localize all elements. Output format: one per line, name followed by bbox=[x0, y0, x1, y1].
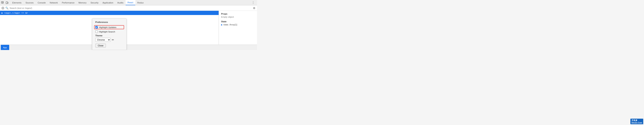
inspect-icon[interactable] bbox=[1, 1, 4, 5]
selected-row-label: ▶ <App>…</App> == $r bbox=[2, 12, 28, 14]
right-panel: Props Empty object State ▶ rows: Array[1… bbox=[219, 11, 257, 45]
highlight-search-option: Highlight Search bbox=[95, 30, 123, 33]
props-title: Props bbox=[221, 13, 255, 15]
highlight-search-label: Highlight Search bbox=[99, 31, 115, 33]
search-icon: 🔍 bbox=[5, 7, 8, 10]
preferences-popup: Preferences Highlight Updates Highlight … bbox=[92, 19, 126, 50]
tab-react[interactable]: React bbox=[126, 0, 136, 5]
bottom-tab-bar: App bbox=[0, 45, 257, 50]
tab-list: Elements Sources Console Network Perform… bbox=[10, 0, 250, 5]
svg-point-1 bbox=[2, 2, 3, 3]
tab-elements[interactable]: Elements bbox=[10, 0, 24, 5]
devtools-tab-bar: Elements Sources Console Network Perform… bbox=[0, 0, 257, 5]
highlight-updates-checkbox[interactable] bbox=[95, 26, 98, 29]
theme-label: Theme bbox=[95, 34, 123, 37]
devtools-icons bbox=[1, 1, 9, 5]
tab-sources[interactable]: Sources bbox=[24, 0, 36, 5]
main-area: ▶ <App>…</App> == $r Preferences Highlig… bbox=[0, 11, 257, 45]
device-icon[interactable] bbox=[5, 1, 9, 5]
theme-select[interactable]: Chrome Dark Light bbox=[95, 38, 111, 42]
highlight-updates-option: Highlight Updates bbox=[94, 25, 124, 29]
state-title: State bbox=[221, 20, 255, 23]
tab-performance[interactable]: Performance bbox=[60, 0, 77, 5]
svg-rect-3 bbox=[6, 2, 8, 4]
tab-redux[interactable]: Redux bbox=[136, 0, 146, 5]
tab-security[interactable]: Security bbox=[88, 0, 101, 5]
tab-application[interactable]: Application bbox=[100, 0, 115, 5]
selected-component-row[interactable]: ▶ <App>…</App> == $r bbox=[0, 11, 219, 15]
search-bar: 🔍 ⚙ bbox=[0, 5, 257, 11]
left-panel: ▶ <App>…</App> == $r Preferences Highlig… bbox=[0, 11, 219, 45]
highlight-updates-label: Highlight Updates bbox=[99, 26, 116, 29]
highlight-search-checkbox[interactable] bbox=[95, 30, 98, 33]
svg-point-6 bbox=[3, 8, 3, 8]
close-button[interactable]: Close bbox=[95, 44, 106, 48]
state-row: ▶ rows: Array[1] bbox=[221, 24, 255, 26]
state-value: Array[1] bbox=[229, 24, 237, 26]
tab-audits[interactable]: Audits bbox=[116, 0, 126, 5]
state-key: rows: bbox=[224, 24, 228, 26]
target-icon[interactable] bbox=[2, 7, 4, 10]
tab-memory[interactable]: Memory bbox=[76, 0, 88, 5]
theme-row: Chrome Dark Light ✏ bbox=[95, 38, 123, 42]
theme-edit-icon[interactable]: ✏ bbox=[112, 38, 114, 41]
tab-network[interactable]: Network bbox=[48, 0, 60, 5]
bottom-tab-app[interactable]: App bbox=[1, 45, 9, 50]
preferences-title: Preferences bbox=[95, 21, 123, 23]
search-input[interactable] bbox=[10, 7, 253, 9]
tab-console[interactable]: Console bbox=[36, 0, 48, 5]
props-value: Empty object bbox=[221, 16, 255, 18]
state-expand-icon[interactable]: ▶ bbox=[221, 24, 223, 26]
more-tabs-button[interactable]: ⋮ bbox=[250, 1, 256, 5]
settings-icon[interactable]: ⚙ bbox=[253, 7, 256, 10]
svg-rect-4 bbox=[8, 2, 8, 4]
bottom-tab-app-label: App bbox=[3, 46, 7, 49]
